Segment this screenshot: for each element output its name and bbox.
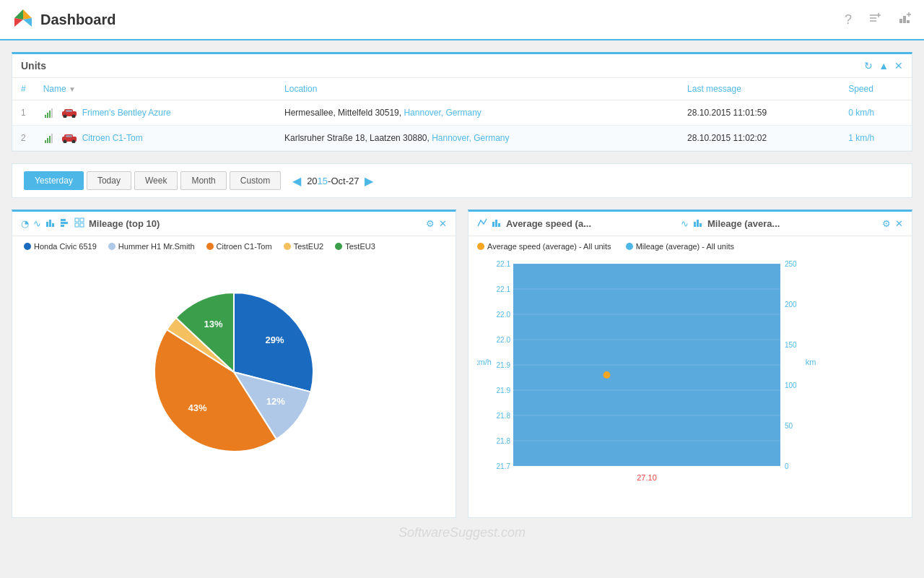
unit-name[interactable]: Frimen's Bentley Azure [82,108,171,118]
pie-label: 13% [204,319,223,329]
y-left-label: 21.9 [497,361,511,369]
svg-rect-31 [61,219,66,221]
legend-item: TestEU2 [284,242,324,251]
svg-rect-27 [66,135,72,137]
x-axis-label: 27.10 [637,473,657,482]
legend-item: Hummer H1 Mr.Smith [108,242,195,251]
chart-line-icon[interactable]: ∿ [33,218,41,229]
main-content: Units ↻ ▲ ✕ # Name ▼ Location Last messa… [0,40,924,555]
y-left-label: 21.9 [497,387,511,394]
svg-rect-40 [498,223,500,227]
mileage-chart-actions: ⚙ ✕ [426,218,447,229]
table-row: 1 Frimen's Bentley Azure [12,100,912,126]
mileage-avg-line-icon[interactable]: ∿ [681,218,689,229]
svg-rect-43 [699,223,702,227]
close-units-icon[interactable]: ✕ [894,60,903,72]
row-vehicle-icons: Frimen's Bentley Azure [35,100,276,126]
svg-rect-19 [45,140,46,143]
date-btn-yesterday[interactable]: Yesterday [24,171,84,190]
svg-rect-11 [47,113,48,118]
svg-rect-32 [61,222,68,224]
signal-icon [43,131,56,144]
chart-table-icon[interactable] [74,217,84,230]
svg-rect-18 [66,110,72,112]
y-right-label: 200 [785,301,797,309]
svg-rect-13 [51,108,53,118]
collapse-icon[interactable]: ▲ [879,60,889,72]
units-panel-header: Units ↻ ▲ ✕ [12,54,912,78]
logo-icon [12,8,35,31]
row-location: Hermesallee, Mittelfeld 30519, Hannover,… [276,100,679,126]
avg-line-icon[interactable] [477,217,487,230]
svg-rect-37 [80,223,84,227]
next-date-arrow[interactable]: ▶ [365,174,373,188]
avg-legend: Average speed (average) - All unitsMilea… [477,242,903,251]
legend-dot [24,243,31,250]
car-icon [61,108,78,118]
date-btn-month[interactable]: Month [180,171,226,190]
units-table: # Name ▼ Location Last message Speed 1 [12,78,912,151]
svg-rect-28 [46,222,48,227]
y-right-axis-title: km [806,358,816,366]
row-vehicle-icons: Citroen C1-Tom [35,126,276,151]
row-location: Karlsruher Straße 18, Laatzen 30880, Han… [276,126,679,151]
date-navigation: ◀ 2015-Oct-27 ▶ [292,174,373,188]
add-list-icon[interactable] [866,10,882,29]
svg-rect-10 [45,115,46,118]
y-left-axis-title: km/h [477,358,492,366]
help-icon[interactable]: ? [845,12,852,27]
date-btn-today[interactable]: Today [87,171,131,190]
svg-rect-12 [49,111,51,118]
svg-rect-22 [51,134,53,143]
mileage-avg-bar-icon[interactable] [693,217,703,230]
mileage-close-icon[interactable]: ✕ [439,218,447,229]
svg-rect-34 [75,218,79,222]
add-chart-icon[interactable] [897,10,912,30]
avg-gear-icon[interactable]: ⚙ [882,218,891,229]
legend-label: Citroen C1-Tom [217,242,272,251]
chart-bar-icon[interactable] [45,217,56,230]
location-link[interactable]: Hannover, Germany [404,108,481,118]
date-btn-week[interactable]: Week [134,171,178,190]
svg-rect-29 [49,220,51,227]
col-lastmsg: Last message [679,78,840,100]
legend-item: Honda Civic 6519 [24,242,97,251]
svg-rect-38 [492,222,494,227]
y-left-label: 22.1 [497,285,511,293]
svg-rect-33 [61,225,64,227]
chart-clock-icon[interactable]: ◔ [21,218,29,229]
svg-rect-21 [49,136,51,143]
prev-date-arrow[interactable]: ◀ [292,174,301,188]
legend-dot [284,243,291,250]
table-row: 2 Citroen C1-Tom Karls [12,126,912,151]
y-left-label: 21.8 [497,412,511,420]
svg-rect-41 [694,222,696,227]
col-name[interactable]: Name ▼ [35,78,276,100]
y-left-label: 22.0 [497,336,511,344]
location-link[interactable]: Hannover, Germany [432,133,509,143]
date-buttons: YesterdayTodayWeekMonthCustom [24,171,281,190]
units-panel-title: Units [21,60,858,72]
unit-name[interactable]: Citroen C1-Tom [82,133,143,143]
avg-close-icon[interactable]: ✕ [895,218,903,229]
svg-rect-30 [52,223,54,227]
pie-label: 43% [188,402,206,413]
avg-chart-area: Average speed (average) - All unitsMilea… [468,236,912,517]
legend-item: TestEU3 [335,242,375,251]
avg-chart-svg: 22.122.122.022.021.921.921.821.821.7km/h… [477,256,831,509]
chart-bar2-icon[interactable] [60,217,70,230]
date-btn-custom[interactable]: Custom [230,171,281,190]
app-title: Dashboard [40,12,116,28]
charts-row: ◔ ∿ Mileage (top 10) ⚙ ✕ Honda Civic 651… [12,210,912,518]
date-bar: YesterdayTodayWeekMonthCustom ◀ 2015-Oct… [12,163,912,198]
signal-icon [43,106,56,119]
svg-rect-6 [903,16,906,23]
avg-legend-dot [626,243,633,250]
avg-legend-item: Average speed (average) - All units [477,242,611,251]
avg-bar-icon[interactable] [492,217,502,230]
units-panel: Units ↻ ▲ ✕ # Name ▼ Location Last messa… [12,52,912,152]
legend-item: Citroen C1-Tom [206,242,272,251]
mileage-gear-icon[interactable]: ⚙ [426,218,435,229]
refresh-icon[interactable]: ↻ [864,60,873,72]
row-num: 2 [12,126,35,151]
